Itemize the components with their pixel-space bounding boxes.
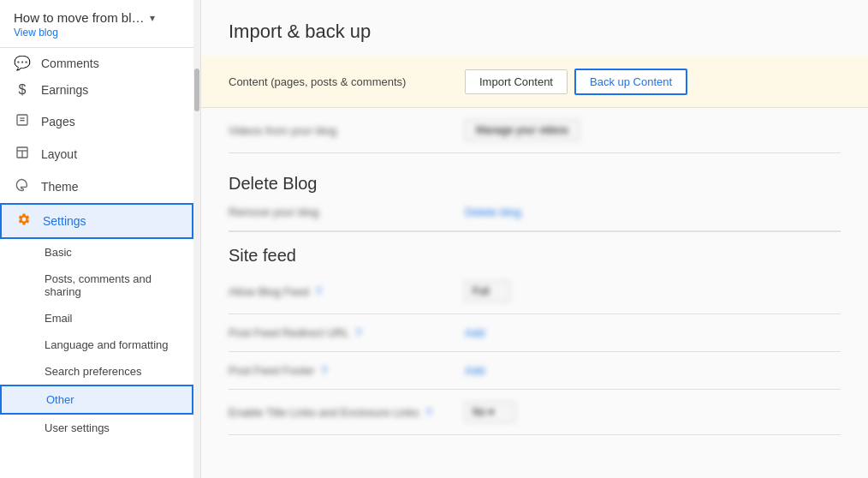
enable-title-links-row: Enable Title Links and Enclosure Links ?… xyxy=(229,390,841,435)
sidebar-item-label: Earnings xyxy=(41,83,88,97)
enable-title-links-dropdown[interactable]: No ▾ xyxy=(465,402,515,422)
post-feed-redirect-help-icon[interactable]: ? xyxy=(355,326,361,339)
enable-title-links-label: Enable Title Links and Enclosure Links ? xyxy=(229,406,451,419)
main-content: Import & back up Content (pages, posts &… xyxy=(201,0,868,478)
sidebar-item-label: Theme xyxy=(41,180,79,194)
settings-icon xyxy=(15,212,33,230)
sub-nav-search-preferences[interactable]: Search preferences xyxy=(0,358,193,385)
site-feed-section: Site feed Allow Blog Feed ? Full Post Fe… xyxy=(229,246,841,435)
manage-videos-btn[interactable]: Manage your videos xyxy=(465,120,580,140)
earnings-icon: $ xyxy=(14,82,31,98)
sidebar-item-label: Settings xyxy=(43,214,86,228)
sub-nav-user-settings[interactable]: User settings xyxy=(0,415,193,441)
separator xyxy=(229,231,841,232)
videos-row: Videos from your blog Manage your videos xyxy=(229,108,841,153)
view-blog-link[interactable]: View blog xyxy=(14,27,187,39)
allow-blog-feed-label: Allow Blog Feed ? xyxy=(229,285,451,298)
sub-nav-other[interactable]: Other xyxy=(0,385,193,415)
sidebar-item-theme[interactable]: Theme xyxy=(0,170,193,203)
site-feed-title: Site feed xyxy=(229,246,841,266)
theme-icon xyxy=(14,178,31,195)
sidebar-item-label: Comments xyxy=(41,57,99,70)
post-feed-footer-actions: Add xyxy=(465,364,485,377)
dropdown-arrow-icon: ▾ xyxy=(150,12,155,24)
post-feed-footer-add-link[interactable]: Add xyxy=(465,364,485,377)
blog-feed-dropdown[interactable]: Full xyxy=(465,281,510,302)
post-feed-footer-help-icon[interactable]: ? xyxy=(321,364,327,377)
post-feed-redirect-actions: Add xyxy=(465,326,485,339)
delete-blog-label: Remove your blog xyxy=(229,206,451,218)
post-feed-footer-row: Post Feed Footer ? Add xyxy=(229,352,841,390)
sub-nav-posts-comments[interactable]: Posts, comments and sharing xyxy=(0,266,193,305)
delete-blog-row: Remove your blog Delete blog xyxy=(229,194,841,231)
sub-nav-basic[interactable]: Basic xyxy=(0,239,193,266)
post-feed-redirect-label: Post Feed Redirect URL ? xyxy=(229,326,451,339)
sidebar-item-settings[interactable]: Settings xyxy=(0,203,193,239)
allow-blog-feed-actions: Full xyxy=(465,281,510,302)
delete-blog-actions: Delete blog xyxy=(465,206,521,218)
delete-blog-link[interactable]: Delete blog xyxy=(465,206,521,218)
comments-icon: 💬 xyxy=(14,55,31,71)
content-row-label: Content (pages, posts & comments) xyxy=(229,75,451,88)
allow-blog-feed-row: Allow Blog Feed ? Full xyxy=(229,269,841,314)
layout-icon xyxy=(14,146,31,163)
sub-nav-email[interactable]: Email xyxy=(0,305,193,332)
sidebar-item-comments[interactable]: 💬 Comments xyxy=(0,51,193,75)
backup-content-button[interactable]: Back up Content xyxy=(574,69,687,95)
import-backup-title: Import & back up xyxy=(229,21,841,43)
delete-blog-title: Delete Blog xyxy=(229,174,841,194)
blog-title-dropdown[interactable]: How to move from bl… ▾ xyxy=(14,10,187,25)
blog-title: How to move from bl… xyxy=(14,10,145,25)
pages-icon xyxy=(14,113,31,130)
sidebar-item-pages[interactable]: Pages xyxy=(0,105,193,138)
videos-row-actions: Manage your videos xyxy=(465,120,580,140)
post-feed-redirect-row: Post Feed Redirect URL ? Add xyxy=(229,314,841,352)
settings-sub-nav: Basic Posts, comments and sharing Email … xyxy=(0,239,193,445)
sidebar-item-layout[interactable]: Layout xyxy=(0,138,193,170)
post-feed-footer-label: Post Feed Footer ? xyxy=(229,364,451,377)
sidebar-item-earnings[interactable]: $ Earnings xyxy=(0,75,193,105)
sub-nav-language-formatting[interactable]: Language and formatting xyxy=(0,332,193,358)
import-content-button[interactable]: Import Content xyxy=(465,69,568,94)
sidebar-item-label: Layout xyxy=(41,147,77,161)
enable-title-links-actions: No ▾ xyxy=(465,402,515,422)
allow-blog-feed-help-icon[interactable]: ? xyxy=(316,285,322,298)
videos-row-label: Videos from your blog xyxy=(229,124,451,137)
content-backup-row: Content (pages, posts & comments) Import… xyxy=(201,57,868,108)
sidebar-item-label: Pages xyxy=(41,115,75,128)
enable-title-links-help-icon[interactable]: ? xyxy=(425,406,431,419)
content-row-actions: Import Content Back up Content xyxy=(465,69,687,95)
post-feed-redirect-add-link[interactable]: Add xyxy=(465,326,485,339)
